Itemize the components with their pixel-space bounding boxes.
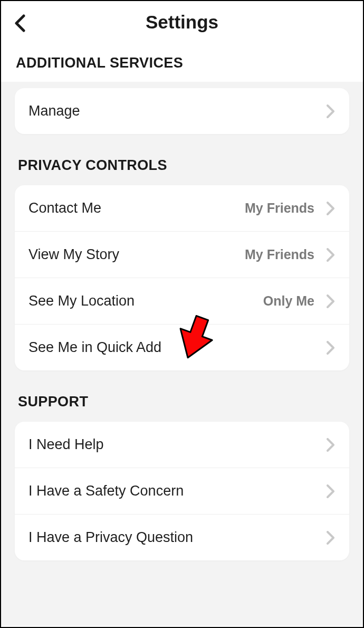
back-button[interactable] [11, 14, 30, 33]
additional-services-card: Manage [15, 88, 349, 134]
see-my-location-row[interactable]: See My Location Only Me [15, 278, 349, 325]
row-label: I Have a Safety Concern [28, 483, 326, 499]
contact-me-row[interactable]: Contact Me My Friends [15, 185, 349, 232]
chevron-right-icon [326, 250, 336, 260]
row-label: Manage [28, 103, 326, 119]
row-label: I Need Help [28, 436, 326, 453]
chevron-right-icon [326, 440, 336, 450]
section-header-privacy-controls: PRIVACY CONTROLS [1, 134, 363, 185]
row-value: Only Me [263, 293, 314, 309]
settings-header: Settings [1, 1, 363, 42]
chevron-right-icon [326, 343, 336, 353]
section-title: SUPPORT [18, 394, 346, 410]
section-title: PRIVACY CONTROLS [18, 157, 346, 174]
row-label: Contact Me [28, 200, 245, 216]
chevron-right-icon [326, 487, 336, 496]
section-header-additional-services: ADDITIONAL SERVICES [1, 42, 363, 82]
chevron-right-icon [326, 533, 336, 543]
page-title: Settings [11, 12, 353, 33]
see-me-in-quick-add-row[interactable]: See Me in Quick Add [15, 325, 349, 370]
chevron-right-icon [326, 297, 336, 306]
manage-row[interactable]: Manage [15, 88, 349, 134]
support-card: I Need Help I Have a Safety Concern I Ha… [15, 422, 349, 560]
chevron-left-icon [14, 14, 26, 32]
view-my-story-row[interactable]: View My Story My Friends [15, 232, 349, 278]
i-have-safety-concern-row[interactable]: I Have a Safety Concern [15, 468, 349, 515]
row-value: My Friends [245, 247, 314, 262]
row-value: My Friends [245, 201, 314, 216]
chevron-right-icon [326, 204, 336, 213]
section-header-support: SUPPORT [1, 370, 363, 422]
content-area: Manage PRIVACY CONTROLS Contact Me My Fr… [1, 82, 363, 626]
i-have-privacy-question-row[interactable]: I Have a Privacy Question [15, 515, 349, 560]
section-title: ADDITIONAL SERVICES [16, 55, 348, 71]
i-need-help-row[interactable]: I Need Help [15, 422, 349, 468]
row-label: See Me in Quick Add [28, 339, 326, 356]
privacy-controls-card: Contact Me My Friends View My Story My F… [15, 185, 349, 370]
chevron-right-icon [326, 107, 336, 116]
row-label: See My Location [28, 293, 263, 309]
row-label: View My Story [28, 246, 245, 263]
row-label: I Have a Privacy Question [28, 529, 326, 546]
